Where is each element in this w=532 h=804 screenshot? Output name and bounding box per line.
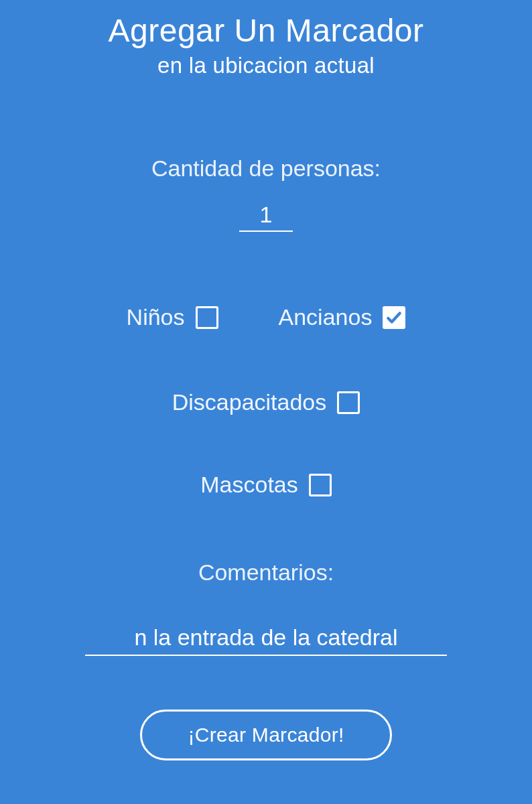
discapacitados-label: Discapacitados [172,389,327,415]
checkbox-discapacitados: Discapacitados [172,389,360,415]
check-icon [385,309,403,326]
checkbox-ninos: Niños [127,304,218,330]
checkbox-row-1: Niños Ancianos [127,304,406,330]
mascotas-checkbox[interactable] [309,474,332,496]
ninos-label: Niños [127,304,185,330]
discapacitados-checkbox[interactable] [337,391,360,414]
page-subtitle: en la ubicacion actual [108,53,423,78]
header: Agregar Un Marcador en la ubicacion actu… [108,12,423,78]
create-marker-button[interactable]: ¡Crear Marcador! [140,710,391,760]
ancianos-checkbox[interactable] [383,306,405,329]
marker-form: Cantidad de personas: Niños Ancianos Dis… [0,78,532,760]
checkbox-row-3: Mascotas [200,472,332,498]
checkbox-row-2: Discapacitados [172,389,360,415]
comments-label: Comentarios: [198,559,334,586]
checkbox-ancianos: Ancianos [279,304,406,330]
quantity-input[interactable] [239,202,293,232]
quantity-label: Cantidad de personas: [151,155,381,182]
checkbox-mascotas: Mascotas [200,472,332,498]
comments-input[interactable] [85,624,447,656]
page-title: Agregar Un Marcador [108,12,423,49]
ninos-checkbox[interactable] [196,306,218,329]
ancianos-label: Ancianos [279,304,373,330]
mascotas-label: Mascotas [200,472,298,498]
